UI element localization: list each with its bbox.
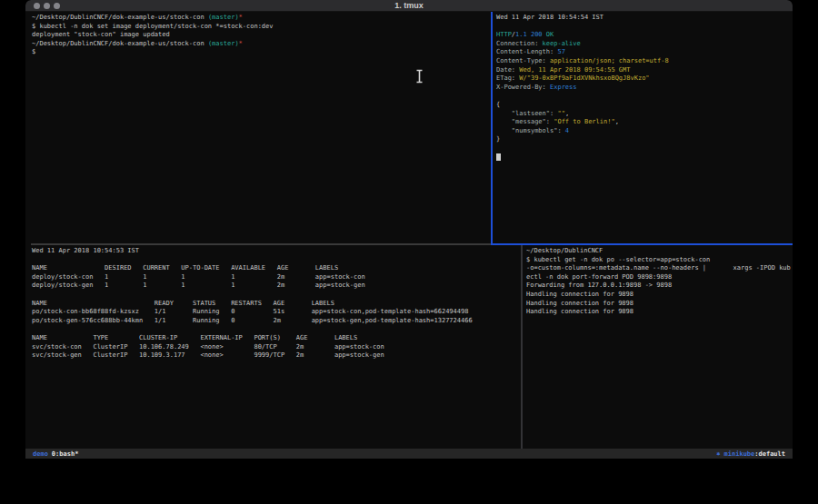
json-field: "numsymbols": 4	[496, 127, 793, 136]
pane-divider-vertical-top[interactable]	[491, 12, 493, 243]
json-comma: ,	[615, 118, 619, 125]
header-name: Date:	[496, 66, 519, 74]
json-field: "message": "Off to Berlin!",	[496, 118, 793, 127]
shell-prompt: $	[32, 48, 491, 57]
header-value: W/"39-0xBPf9aF1dXVNkhsxoBQgJ8vKzo"	[519, 74, 649, 82]
json-field: "lastseen": "",	[496, 110, 793, 119]
traffic-lights	[34, 3, 60, 9]
header-value: application/json; charset=utf-8	[550, 57, 669, 64]
prompt-line: ~/Desktop/DublinCNCF/dok-example-us/stoc…	[32, 40, 491, 49]
header-name: Content-Length:	[496, 48, 557, 55]
http-header: Content-Type: application/json; charset=…	[496, 57, 793, 66]
window-titlebar[interactable]: 1. tmux	[25, 0, 793, 12]
pane-top-left[interactable]: ~/Desktop/DublinCNCF/dok-example-us/stoc…	[25, 12, 491, 243]
json-key: "message":	[496, 118, 554, 125]
header-name: Content-Type:	[496, 57, 550, 64]
git-dirty-flag: *	[239, 14, 243, 21]
kubernetes-helm-icon: ⎈	[716, 450, 723, 458]
terminal-window: 1. tmux ~/Desktop/DublinCNCF/dok-example…	[25, 0, 793, 459]
pane-divider-vertical-bottom[interactable]	[521, 245, 523, 449]
pane-divider-horizontal-left[interactable]	[31, 243, 491, 245]
pane-divider-horizontal-right[interactable]	[491, 243, 793, 245]
window-title: 1. tmux	[25, 0, 793, 12]
json-brace-close: }	[496, 135, 793, 144]
status-right: ⎈ minikube:default	[716, 450, 785, 458]
port-forward-output: ~/Desktop/DublinCNCF $ kubectl get -n do…	[526, 247, 793, 317]
json-value: ""	[557, 110, 564, 117]
status-left: demo0:bash*	[33, 450, 78, 458]
http-reason: OK	[546, 31, 554, 38]
http-header: X-Powered-By: Express	[496, 84, 793, 93]
prompt-line: ~/Desktop/DublinCNCF/dok-example-us/stoc…	[32, 14, 491, 23]
json-comma: ,	[565, 110, 569, 117]
kubectl-get-output: NAME DESIRED CURRENT UP-TO-DATE AVAILABL…	[32, 256, 521, 361]
http-header: ETag: W/"39-0xBPf9aF1dXVNkhsxoBQgJ8vKzo"	[496, 74, 793, 84]
http-status-line: HTTP/1.1 200 OK	[496, 31, 793, 40]
header-name: ETag:	[496, 74, 519, 82]
kube-context: minikube	[724, 450, 755, 458]
git-branch-label: (master)	[208, 14, 239, 21]
http-header: Content-Length: 57	[496, 48, 793, 57]
minimize-button[interactable]	[44, 3, 50, 9]
zoom-button[interactable]	[54, 3, 60, 9]
header-value: keep-alive	[543, 40, 581, 47]
close-button[interactable]	[34, 3, 40, 9]
http-header: Date: Wed, 11 Apr 2018 09:54:55 GMT	[496, 66, 793, 75]
tmux-status-bar: demo0:bash* ⎈ minikube:default	[25, 449, 793, 459]
git-dirty-flag: *	[239, 40, 243, 47]
http-header: Connection: keep-alive	[496, 40, 793, 49]
header-value: Wed, 11 Apr 2018 09:54:55 GMT	[519, 66, 630, 74]
watch-timestamp: Wed 11 Apr 2018 10:54:53 IST	[32, 247, 521, 256]
cursor-line	[496, 153, 793, 163]
json-value: "Off to Berlin!"	[554, 118, 614, 125]
kube-namespace: :default	[754, 450, 785, 458]
header-name: Connection:	[496, 40, 543, 47]
command-output: deployment "stock-con" image updated	[32, 31, 491, 40]
http-proto: HTTP	[496, 31, 512, 38]
active-window-label[interactable]: 0:bash*	[52, 450, 79, 458]
header-value: Express	[550, 84, 577, 91]
mouse-cursor-ibeam	[415, 69, 424, 84]
json-value: 4	[565, 127, 569, 134]
pane-top-right[interactable]: Wed 11 Apr 2018 10:54:54 IST HTTP/1.1 20…	[492, 12, 793, 243]
session-name: demo	[33, 450, 48, 458]
json-key: "numsymbols":	[496, 127, 565, 134]
pane-bottom-right[interactable]: ~/Desktop/DublinCNCF $ kubectl get -n do…	[523, 245, 793, 449]
json-brace-open: {	[496, 101, 793, 110]
command-line: $ kubectl -n dok set image deployment/st…	[32, 23, 491, 32]
pane-bottom-left[interactable]: Wed 11 Apr 2018 10:54:53 IST NAME DESIRE…	[25, 245, 521, 449]
header-name: X-Powered-By:	[496, 84, 550, 91]
http-version-code: 1.1 200	[515, 31, 546, 38]
prompt-path: ~/Desktop/DublinCNCF/dok-example-us/stoc…	[32, 14, 208, 21]
desktop-background: 1. tmux ~/Desktop/DublinCNCF/dok-example…	[0, 0, 818, 504]
watch-timestamp: Wed 11 Apr 2018 10:54:54 IST	[496, 14, 793, 23]
prompt-path: ~/Desktop/DublinCNCF/dok-example-us/stoc…	[32, 40, 208, 47]
json-key: "lastseen":	[496, 110, 557, 117]
git-branch-label: (master)	[208, 40, 239, 47]
header-value: 57	[557, 48, 564, 55]
cursor-block	[496, 153, 501, 161]
